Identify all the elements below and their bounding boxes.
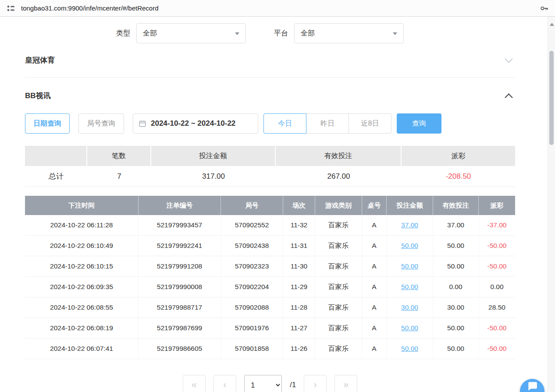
date-query-tab[interactable]: 日期查询 [25, 113, 70, 134]
valid-bet-cell: 50.00 [433, 339, 478, 359]
platform-filter-select[interactable]: 全部 [294, 23, 404, 43]
page-scrollbar[interactable] [548, 17, 555, 392]
session-cell: 11-29 [283, 277, 315, 297]
order-no-cell: 521979991208 [138, 256, 221, 277]
bet-amount-link[interactable]: 50.00 [386, 236, 433, 256]
session-cell: 11-32 [283, 215, 315, 236]
table-row: 2024-10-22 06:11:28521979993457570902552… [25, 215, 515, 236]
round-no-cell: 570901858 [221, 339, 283, 359]
bet-amount-link[interactable]: 50.00 [386, 318, 433, 339]
table-no-cell: A [362, 339, 386, 359]
bet-table-header: 下注时间 注单编号 局号 场次 游戏类别 桌号 投注金额 有效投注 派彩 [25, 196, 515, 215]
summary-bet-amount: 317.00 [151, 166, 276, 187]
bet-time-cell: 2024-10-22 06:08:19 [25, 318, 138, 339]
today-button[interactable]: 今日 [263, 113, 306, 134]
summary-valid-bet: 267.00 [276, 166, 402, 187]
page-select[interactable]: 1 [244, 375, 282, 392]
date-range-value: 2024-10-22 ~ 2024-10-22 [151, 119, 235, 128]
profile-list-icon[interactable] [6, 5, 16, 12]
header-round-no: 局号 [221, 196, 283, 215]
prev-page-button[interactable]: ‹ [213, 375, 236, 392]
query-bar: 日期查询 局号查询 2024-10-22 ~ 2024-10-22 今日 昨日 … [25, 113, 515, 134]
table-no-cell: A [362, 318, 386, 339]
date-range-input[interactable]: 2024-10-22 ~ 2024-10-22 [133, 113, 258, 134]
next-page-button[interactable]: › [304, 375, 327, 392]
order-no-cell: 521979988717 [138, 297, 221, 318]
bet-amount-link[interactable]: 50.00 [386, 277, 433, 297]
round-no-cell: 570902204 [221, 277, 283, 297]
header-session: 场次 [283, 196, 315, 215]
bet-amount-link[interactable]: 30.00 [386, 297, 433, 318]
bet-time-cell: 2024-10-22 06:09:35 [25, 277, 138, 297]
order-no-cell: 521979986605 [138, 339, 221, 359]
bet-records-table: 下注时间 注单编号 局号 场次 游戏类别 桌号 投注金额 有效投注 派彩 202… [25, 196, 515, 359]
header-valid-bet: 有效投注 [433, 196, 478, 215]
session-cell: 11-27 [283, 318, 315, 339]
table-row: 2024-10-22 06:08:19521979987699570901976… [25, 318, 515, 339]
valid-bet-cell: 30.00 [433, 297, 478, 318]
header-payout: 派彩 [478, 196, 515, 215]
round-no-cell: 570902323 [221, 256, 283, 277]
chevron-down-icon [235, 32, 239, 35]
bet-amount-link[interactable]: 50.00 [386, 339, 433, 359]
type-filter-value: 全部 [143, 29, 157, 38]
header-table-no: 桌号 [362, 196, 386, 215]
bet-time-cell: 2024-10-22 06:10:15 [25, 256, 138, 277]
summary-total-label: 总计 [25, 166, 87, 187]
round-query-tab[interactable]: 局号查询 [78, 113, 124, 134]
summary-payout: -208.50 [402, 166, 515, 187]
table-no-cell: A [362, 215, 386, 236]
summary-header-payout: 派彩 [402, 146, 515, 166]
header-game-type: 游戏类别 [315, 196, 362, 215]
search-button[interactable]: 查询 [397, 113, 441, 134]
game-type-cell: 百家乐 [315, 277, 362, 297]
valid-bet-cell: 0.00 [433, 277, 478, 297]
header-bet-time: 下注时间 [25, 196, 138, 215]
valid-bet-cell: 37.00 [433, 215, 478, 236]
bet-amount-link[interactable]: 37.00 [386, 215, 433, 236]
game-type-cell: 百家乐 [315, 318, 362, 339]
type-filter-select[interactable]: 全部 [136, 23, 246, 43]
bet-time-cell: 2024-10-22 06:10:49 [25, 236, 138, 256]
bet-time-cell: 2024-10-22 06:07:41 [25, 339, 138, 359]
table-row: 2024-10-22 06:10:49521979992241570902438… [25, 236, 515, 256]
summary-table: 笔数 投注金额 有效投注 派彩 总计 7 317.00 267.00 -208.… [25, 146, 515, 187]
section-title: BB视讯 [25, 91, 51, 101]
table-no-cell: A [362, 277, 386, 297]
table-no-cell: A [362, 297, 386, 318]
table-row: 2024-10-22 06:10:15521979991208570902323… [25, 256, 515, 277]
payout-cell: 28.50 [478, 297, 515, 318]
payout-cell: -50.00 [478, 236, 515, 256]
first-page-button[interactable]: « [183, 375, 206, 392]
summary-count: 7 [87, 166, 151, 187]
bet-record-page: 类型 全部 平台 全部 皇冠体育 BB视讯 日期查询 局号查询 [0, 17, 548, 392]
platform-filter-value: 全部 [301, 29, 315, 38]
password-key-icon[interactable] [539, 4, 549, 13]
valid-bet-cell: 50.00 [433, 236, 478, 256]
chevron-up-icon[interactable] [505, 93, 512, 101]
address-url[interactable]: tongbao31.com:9900/infe/mcenter/#/betRec… [21, 4, 159, 12]
order-no-cell: 521979987699 [138, 318, 221, 339]
chevron-down-icon [393, 32, 397, 35]
session-cell: 11-28 [283, 297, 315, 318]
valid-bet-cell: 50.00 [433, 256, 478, 277]
bet-amount-link[interactable]: 50.00 [386, 256, 433, 277]
filter-row: 类型 全部 平台 全部 [25, 23, 515, 43]
payout-cell: -37.00 [478, 215, 515, 236]
table-row: 2024-10-22 06:07:41521979986605570901858… [25, 339, 515, 359]
summary-header-bet-amount: 投注金额 [151, 146, 276, 166]
section-bb-video[interactable]: BB视讯 [25, 78, 515, 113]
scrollbar-up-arrow-icon[interactable] [550, 23, 554, 26]
payout-cell: -50.00 [478, 339, 515, 359]
total-pages-label: /1 [290, 381, 296, 389]
last-8-days-button[interactable]: 近8日 [349, 113, 391, 134]
yesterday-button[interactable]: 昨日 [306, 113, 349, 134]
pagination: « ‹ 1 /1 › » [25, 375, 515, 392]
table-no-cell: A [362, 256, 386, 277]
section-crown-sports[interactable]: 皇冠体育 [25, 43, 515, 78]
payout-cell: 0.00 [478, 277, 515, 297]
table-no-cell: A [362, 236, 386, 256]
chevron-down-icon[interactable] [505, 55, 512, 63]
last-page-button[interactable]: » [334, 375, 357, 392]
scrollbar-thumb[interactable] [549, 51, 554, 145]
